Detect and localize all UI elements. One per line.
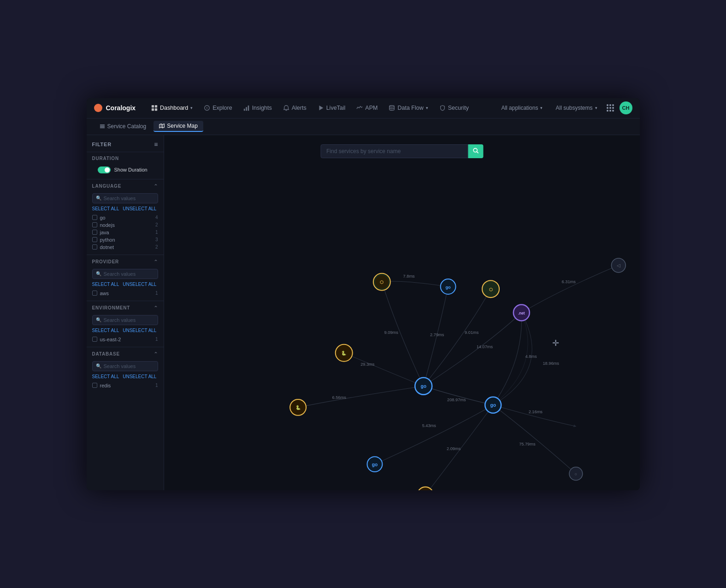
service-search-input[interactable]: [320, 144, 468, 158]
tab-service-map[interactable]: Service Map: [153, 121, 203, 132]
filter-icon[interactable]: ≡: [154, 141, 158, 148]
duration-header: DURATION: [92, 156, 158, 161]
node-nodejs2[interactable]: ⬡: [482, 280, 499, 297]
node-nodejs1[interactable]: ⬡: [373, 273, 390, 290]
show-duration-toggle[interactable]: [98, 166, 111, 173]
all-applications-dropdown[interactable]: All applications ▾: [497, 103, 546, 113]
map-area[interactable]: 7.8ms 9.09ms 2.79ms 9.01ms 14.07ms 4.8ms: [164, 135, 640, 490]
language-checkbox-go[interactable]: [92, 215, 97, 220]
nav-item-alerts[interactable]: Alerts: [278, 103, 311, 113]
nav-item-apm[interactable]: APM: [352, 103, 382, 113]
service-search-bar: [320, 144, 483, 158]
edge-label-13: 75.79ms: [519, 441, 536, 446]
database-select-row: SELECT ALL UNSELECT ALL: [92, 374, 158, 379]
language-count-python: 3: [155, 237, 158, 242]
environment-search-input[interactable]: [104, 317, 154, 323]
database-checkbox-redis[interactable]: [92, 383, 97, 388]
tab-service-catalog[interactable]: Service Catalog: [94, 121, 152, 131]
language-checkbox-python[interactable]: [92, 237, 97, 242]
cursor-cross-icon: ✛: [552, 338, 559, 347]
node-aws[interactable]: 🐍: [335, 344, 352, 361]
database-unselect-all[interactable]: UNSELECT ALL: [123, 374, 156, 379]
database-search[interactable]: 🔍: [92, 361, 158, 371]
language-count-dotnet: 2: [155, 244, 158, 249]
language-label-nodejs: nodejs: [100, 222, 153, 228]
language-chevron[interactable]: ⌃: [153, 183, 158, 190]
nav-dashboard-label: Dashboard: [160, 105, 188, 111]
svg-text:go: go: [420, 384, 426, 389]
node-center[interactable]: go: [415, 377, 432, 394]
language-checkbox-nodejs[interactable]: [92, 222, 97, 227]
svg-text:⬡: ⬡: [380, 280, 384, 285]
nav-right: All applications ▾ All subsystems ▾ CH: [497, 101, 632, 114]
provider-checkbox-aws[interactable]: [92, 291, 97, 296]
all-subsystems-dropdown[interactable]: All subsystems ▾: [552, 103, 601, 113]
provider-search-input[interactable]: [104, 271, 154, 277]
node-net[interactable]: .net: [513, 304, 529, 321]
database-chevron[interactable]: ⌃: [153, 351, 158, 357]
node-go3[interactable]: go: [367, 457, 382, 472]
language-select-all[interactable]: SELECT ALL: [92, 206, 119, 211]
edge-label-15: 18.96ms: [543, 361, 559, 365]
language-search-input[interactable]: [104, 196, 154, 201]
nav-security-label: Security: [448, 105, 469, 111]
svg-text:⬡: ⬡: [489, 287, 492, 291]
environment-select-all[interactable]: SELECT ALL: [92, 328, 119, 333]
apps-grid-icon[interactable]: [607, 104, 614, 112]
svg-rect-2: [152, 108, 154, 111]
logo-icon: [94, 104, 102, 112]
nav-item-dataflow[interactable]: Data Flow ▾: [384, 103, 432, 113]
language-item-nodejs: nodejs 2: [92, 221, 158, 229]
user-avatar[interactable]: CH: [620, 101, 632, 114]
edge-label-3: 2.79ms: [430, 333, 444, 337]
environment-chevron[interactable]: ⌃: [153, 305, 158, 311]
provider-chevron[interactable]: ⌃: [153, 259, 158, 265]
nav-item-livetail[interactable]: LiveTail: [313, 103, 350, 113]
svg-rect-0: [152, 105, 154, 107]
database-search-input[interactable]: [104, 363, 154, 369]
node-center2[interactable]: go: [485, 397, 501, 413]
environment-search[interactable]: 🔍: [92, 315, 158, 325]
filter-header: FILTER ≡: [87, 141, 164, 152]
nav-alerts-label: Alerts: [292, 105, 307, 111]
tab-service-catalog-label: Service Catalog: [107, 123, 147, 130]
service-search-button[interactable]: [468, 144, 483, 158]
nav-item-explore[interactable]: Explore: [199, 103, 236, 113]
database-item-redis: redis 1: [92, 382, 158, 389]
node-go2[interactable]: go: [440, 279, 455, 294]
environment-title: ENVIRONMENT: [92, 305, 130, 310]
edge-label-11: 5.43ms: [422, 423, 436, 428]
language-search[interactable]: 🔍: [92, 193, 158, 203]
nav-item-dashboard[interactable]: Dashboard ▾: [147, 103, 197, 113]
duration-section: DURATION Show Duration: [87, 152, 164, 179]
svg-point-10: [390, 106, 395, 107]
provider-label-aws: aws: [100, 291, 153, 296]
environment-unselect-all[interactable]: UNSELECT ALL: [123, 328, 156, 333]
provider-search[interactable]: 🔍: [92, 269, 158, 279]
database-select-all[interactable]: SELECT ALL: [92, 374, 119, 379]
language-label-dotnet: dotnet: [100, 244, 153, 250]
duration-row: Show Duration: [92, 165, 158, 175]
edge-label-9: 208.97ms: [447, 398, 466, 402]
provider-unselect-all[interactable]: UNSELECT ALL: [123, 282, 156, 287]
node-left[interactable]: 🐍: [290, 399, 306, 415]
nav-item-insights[interactable]: Insights: [239, 103, 277, 113]
node-top[interactable]: ◁: [611, 258, 626, 272]
language-checkbox-dotnet[interactable]: [92, 244, 97, 249]
svg-text:○: ○: [574, 472, 577, 476]
language-item-go: go 4: [92, 214, 158, 221]
filter-title: FILTER: [92, 142, 112, 147]
top-nav: Coralogix Dashboard ▾ Explore Insights A…: [87, 98, 640, 119]
svg-text:◁: ◁: [616, 263, 620, 268]
show-duration-label: Show Duration: [114, 167, 148, 172]
service-map-svg[interactable]: 7.8ms 9.09ms 2.79ms 9.01ms 14.07ms 4.8ms: [164, 135, 640, 490]
svg-text:🐍: 🐍: [295, 405, 301, 410]
nav-item-security[interactable]: Security: [435, 103, 473, 113]
language-unselect-all[interactable]: UNSELECT ALL: [123, 206, 156, 211]
language-checkbox-java[interactable]: [92, 230, 97, 235]
nav-livetail-label: LiveTail: [326, 105, 346, 111]
provider-select-all[interactable]: SELECT ALL: [92, 282, 119, 287]
environment-checkbox-us-east-2[interactable]: [92, 337, 97, 342]
logo-area[interactable]: Coralogix: [94, 104, 136, 112]
node-bottom[interactable]: ○: [569, 467, 582, 480]
